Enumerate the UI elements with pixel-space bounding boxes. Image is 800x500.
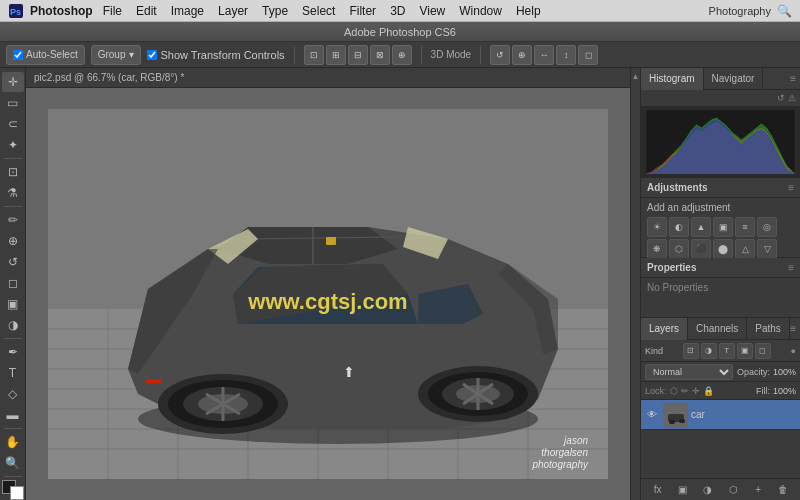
- search-icon[interactable]: 🔍: [777, 4, 792, 18]
- blend-mode-select[interactable]: Normal: [645, 364, 733, 380]
- tool-zoom[interactable]: 🔍: [2, 453, 24, 473]
- show-transform-checkbox[interactable]: [147, 50, 157, 60]
- workspace-label: Photography: [709, 5, 771, 17]
- filter-icon-shape[interactable]: ▣: [737, 343, 753, 359]
- tool-dodge[interactable]: ◑: [2, 315, 24, 335]
- right-side-arrow: ▲: [630, 68, 640, 500]
- filter-icon-fx[interactable]: ⊡: [683, 343, 699, 359]
- histogram-refresh-icon[interactable]: ↺: [777, 93, 785, 103]
- tool-sep-5: [4, 476, 22, 477]
- menu-help[interactable]: Help: [510, 2, 547, 20]
- canvas-wrapper[interactable]: www.cgtsj.com jason thorgalsen photograp…: [26, 88, 630, 500]
- transform-btn-4[interactable]: ⊠: [370, 45, 390, 65]
- tab-navigator[interactable]: Navigator: [704, 68, 764, 90]
- lock-image-icon[interactable]: ✏: [681, 386, 689, 396]
- tool-eyedropper[interactable]: ⚗: [2, 183, 24, 203]
- tab-paths[interactable]: Paths: [747, 318, 790, 340]
- menu-file[interactable]: File: [97, 2, 128, 20]
- layer-visibility-icon[interactable]: 👁: [645, 408, 659, 422]
- document-tab-label: pic2.psd @ 66.7% (car, RGB/8°) *: [34, 72, 184, 83]
- tool-crop[interactable]: ⊡: [2, 162, 24, 182]
- layer-adj-btn[interactable]: ◑: [700, 482, 716, 498]
- tool-eraser[interactable]: ◻: [2, 273, 24, 293]
- properties-options-icon[interactable]: ≡: [788, 262, 794, 273]
- adj-btn-brightness[interactable]: ☀: [647, 217, 667, 237]
- menu-layer[interactable]: Layer: [212, 2, 254, 20]
- adj-btn-poster[interactable]: ▽: [757, 239, 777, 259]
- adj-btn-chanmix[interactable]: ⬤: [713, 239, 733, 259]
- layers-options-icon[interactable]: ≡: [790, 323, 800, 334]
- tool-brush[interactable]: ✏: [2, 210, 24, 230]
- menu-window[interactable]: Window: [453, 2, 508, 20]
- filter-icon-smart[interactable]: ◻: [755, 343, 771, 359]
- adj-btn-invert[interactable]: △: [735, 239, 755, 259]
- layer-mask-btn[interactable]: ▣: [675, 482, 691, 498]
- layers-filter-icons: ⊡ ◑ T ▣ ◻: [683, 343, 771, 359]
- tool-gradient[interactable]: ▣: [2, 294, 24, 314]
- tool-marquee[interactable]: ▭: [2, 93, 24, 113]
- mode-btn-3[interactable]: ↔: [534, 45, 554, 65]
- properties-panel: Properties ≡ No Properties: [641, 258, 800, 318]
- group-select[interactable]: Group ▾: [91, 45, 141, 65]
- adj-btn-colbal[interactable]: ❋: [647, 239, 667, 259]
- adj-btn-hsl[interactable]: ◎: [757, 217, 777, 237]
- lock-position-icon[interactable]: ✛: [692, 386, 700, 396]
- tab-layers[interactable]: Layers: [641, 318, 688, 340]
- tab-histogram[interactable]: Histogram: [641, 68, 704, 90]
- tool-type[interactable]: T: [2, 363, 24, 383]
- menu-filter[interactable]: Filter: [343, 2, 382, 20]
- document-tab: pic2.psd @ 66.7% (car, RGB/8°) *: [26, 68, 630, 88]
- adj-btn-curves[interactable]: ▲: [691, 217, 711, 237]
- lock-transparent-icon[interactable]: ⬡: [670, 386, 678, 396]
- histogram-options-icon[interactable]: ≡: [790, 73, 800, 84]
- tab-channels[interactable]: Channels: [688, 318, 747, 340]
- auto-select-toggle[interactable]: Auto-Select: [6, 45, 85, 65]
- tool-magic-wand[interactable]: ✦: [2, 135, 24, 155]
- side-arrow-up[interactable]: ▲: [632, 72, 640, 81]
- layer-fx-btn[interactable]: fx: [650, 482, 666, 498]
- layer-item-car[interactable]: 👁 car: [641, 400, 800, 430]
- tool-stamp[interactable]: ⊕: [2, 231, 24, 251]
- adjustments-options-icon[interactable]: ≡: [788, 182, 794, 193]
- transform-btn-5[interactable]: ⊕: [392, 45, 412, 65]
- filter-toggle[interactable]: ●: [791, 346, 796, 356]
- transform-btn-3[interactable]: ⊟: [348, 45, 368, 65]
- adj-btn-exposure[interactable]: ▣: [713, 217, 733, 237]
- tool-shape[interactable]: ▬: [2, 405, 24, 425]
- tool-history[interactable]: ↺: [2, 252, 24, 272]
- tool-move[interactable]: ✛: [2, 72, 24, 92]
- filter-icon-adj[interactable]: ◑: [701, 343, 717, 359]
- filter-icon-type[interactable]: T: [719, 343, 735, 359]
- fill-value[interactable]: 100%: [773, 386, 796, 396]
- layer-delete-btn[interactable]: 🗑: [775, 482, 791, 498]
- tool-hand[interactable]: ✋: [2, 432, 24, 452]
- opacity-value[interactable]: 100%: [773, 367, 796, 377]
- menu-select[interactable]: Select: [296, 2, 341, 20]
- adj-btn-levels[interactable]: ◐: [669, 217, 689, 237]
- tool-lasso[interactable]: ⊂: [2, 114, 24, 134]
- mode-btn-4[interactable]: ↕: [556, 45, 576, 65]
- layer-new-btn[interactable]: +: [750, 482, 766, 498]
- foreground-color[interactable]: [2, 480, 24, 500]
- opacity-row: Opacity: 100%: [737, 367, 796, 377]
- transform-btn-1[interactable]: ⊡: [304, 45, 324, 65]
- tool-pen[interactable]: ✒: [2, 342, 24, 362]
- menu-edit[interactable]: Edit: [130, 2, 163, 20]
- menu-type[interactable]: Type: [256, 2, 294, 20]
- menu-3d[interactable]: 3D: [384, 2, 411, 20]
- adj-btn-vibrance[interactable]: ≡: [735, 217, 755, 237]
- adj-btn-bw[interactable]: ⬡: [669, 239, 689, 259]
- layer-group-btn[interactable]: ⬡: [725, 482, 741, 498]
- auto-select-checkbox[interactable]: [13, 50, 23, 60]
- lock-all-icon[interactable]: 🔒: [703, 386, 714, 396]
- mode-btn-2[interactable]: ⊕: [512, 45, 532, 65]
- adj-btn-phofil[interactable]: ⬛: [691, 239, 711, 259]
- mode-btn-1[interactable]: ↺: [490, 45, 510, 65]
- mode-btn-5[interactable]: ◻: [578, 45, 598, 65]
- tool-path[interactable]: ◇: [2, 384, 24, 404]
- canvas-area: pic2.psd @ 66.7% (car, RGB/8°) *: [26, 68, 630, 500]
- transform-btn-2[interactable]: ⊞: [326, 45, 346, 65]
- properties-content: No Properties: [641, 278, 800, 297]
- menu-view[interactable]: View: [413, 2, 451, 20]
- menu-image[interactable]: Image: [165, 2, 210, 20]
